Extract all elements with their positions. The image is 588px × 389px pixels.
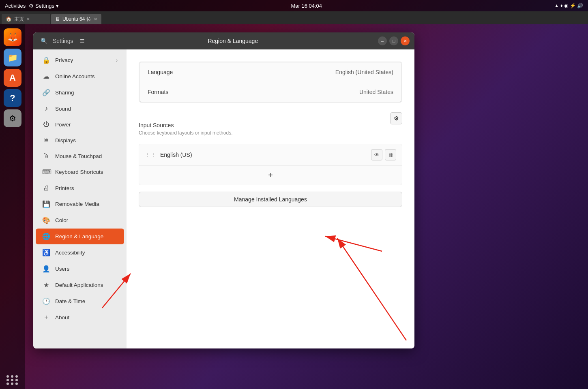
dot-7 bbox=[6, 383, 9, 385]
sound-icon: ♪ bbox=[42, 105, 50, 112]
language-row[interactable]: Language English (United States) bbox=[139, 62, 402, 82]
sidebar-item-power[interactable]: ⏻ Power bbox=[36, 117, 124, 132]
language-label: Language bbox=[148, 69, 173, 75]
window-controls: – □ ✕ bbox=[378, 36, 410, 45]
main-content: Language English (United States) Formats… bbox=[127, 49, 414, 348]
dot-1 bbox=[6, 375, 9, 378]
maximize-button[interactable]: □ bbox=[389, 36, 398, 45]
input-source-english-us: ⋮⋮ English (US) 👁 🗑 bbox=[139, 144, 402, 166]
sidebar-item-removable-label: Removable Media bbox=[55, 201, 99, 207]
media-icon: 💾 bbox=[42, 200, 50, 208]
star-icon: ★ bbox=[42, 281, 50, 289]
dot-9 bbox=[15, 383, 18, 385]
input-sources-header-text: Input Sources Choose keyboard layouts or… bbox=[139, 112, 232, 141]
taskbar-right: ▲ ♦ ◉ ⚡ 🔊 bbox=[554, 3, 583, 9]
input-sources-gear-button[interactable]: ⚙ bbox=[390, 112, 402, 124]
displays-icon: 🖥 bbox=[42, 137, 50, 144]
taskbar-datetime: Mar 16 04:04 bbox=[291, 3, 322, 9]
accessibility-icon: ♿ bbox=[42, 249, 50, 256]
input-source-name: English (US) bbox=[160, 152, 367, 158]
share-icon: 🔗 bbox=[42, 89, 50, 96]
dot-6 bbox=[15, 379, 18, 381]
chevron-down-icon: ▾ bbox=[56, 3, 59, 9]
sidebar-item-about[interactable]: + About bbox=[36, 310, 124, 325]
add-icon: + bbox=[268, 171, 273, 180]
dock-app-grid[interactable] bbox=[6, 375, 19, 385]
tab-home-close[interactable]: ✕ bbox=[26, 17, 30, 22]
sidebar-item-power-label: Power bbox=[55, 122, 71, 128]
sidebar-item-date-time[interactable]: 🕐 Date & Time bbox=[36, 293, 124, 309]
sidebar-item-privacy[interactable]: 🔒 Privacy › bbox=[36, 52, 124, 68]
sidebar-item-date-time-label: Date & Time bbox=[55, 298, 85, 304]
settings-menu-label: ⚙ Settings bbox=[29, 3, 54, 9]
dock: 🦊 📁 A ? ⚙ bbox=[0, 24, 25, 389]
dot-3 bbox=[15, 375, 18, 378]
sidebar-item-users-label: Users bbox=[55, 266, 69, 272]
chevron-right-icon: › bbox=[116, 58, 118, 63]
sidebar-item-keyboard-shortcuts[interactable]: ⌨ Keyboard Shortcuts bbox=[36, 164, 124, 180]
dock-icon-files[interactable]: 📁 bbox=[4, 49, 21, 66]
power-icon: ⏻ bbox=[42, 121, 50, 128]
sidebar-item-privacy-label: Privacy bbox=[55, 57, 73, 63]
sidebar-item-printers[interactable]: 🖨 Printers bbox=[36, 180, 124, 196]
sidebar-item-sound[interactable]: ♪ Sound bbox=[36, 101, 124, 116]
window-title: Region & Language bbox=[208, 38, 258, 44]
sidebar-item-printers-label: Printers bbox=[55, 185, 74, 191]
manage-installed-languages-button[interactable]: Manage Installed Languages bbox=[139, 192, 402, 207]
add-source-row[interactable]: + bbox=[139, 166, 402, 185]
sidebar-item-keyboard-label: Keyboard Shortcuts bbox=[55, 169, 103, 175]
settings-menu[interactable]: ⚙ Settings ▾ bbox=[29, 3, 59, 9]
minimize-button[interactable]: – bbox=[378, 36, 387, 45]
settings-title-label: Settings bbox=[53, 38, 73, 44]
dot-5 bbox=[11, 379, 13, 381]
search-button[interactable]: 🔍 bbox=[38, 35, 49, 47]
sidebar-item-region-label: Region & Language bbox=[55, 233, 103, 239]
delete-button[interactable]: 🗑 bbox=[385, 149, 396, 160]
locale-settings-group: Language English (United States) Formats… bbox=[139, 62, 402, 103]
dock-icon-firefox[interactable]: 🦊 bbox=[4, 28, 21, 46]
language-value: English (United States) bbox=[335, 69, 393, 75]
window-titlebar: 🔍 Settings ☰ Region & Language – □ ✕ bbox=[33, 32, 414, 49]
home-icon: 🏠 bbox=[6, 16, 12, 22]
sidebar-item-online-accounts[interactable]: ☁ Online Accounts bbox=[36, 68, 124, 84]
sidebar-item-accessibility[interactable]: ♿ Accessibility bbox=[36, 245, 124, 261]
tab-ubuntu[interactable]: 🖥 Ubuntu 64 位 ✕ bbox=[51, 14, 101, 24]
activities-button[interactable]: Activities bbox=[5, 3, 26, 9]
window-area: 🔍 Settings ☰ Region & Language – □ ✕ 🔒 P… bbox=[25, 24, 588, 389]
dock-icon-help[interactable]: ? bbox=[4, 89, 21, 107]
sidebar-item-default-applications[interactable]: ★ Default Applications bbox=[36, 277, 124, 293]
sidebar-item-removable-media[interactable]: 💾 Removable Media bbox=[36, 196, 124, 212]
sidebar-item-users[interactable]: 👤 Users bbox=[36, 261, 124, 277]
tab-ubuntu-close[interactable]: ✕ bbox=[94, 17, 97, 22]
formats-row[interactable]: Formats United States bbox=[139, 82, 402, 102]
taskbar-left: Activities ⚙ Settings ▾ bbox=[5, 3, 59, 9]
input-sources-header: Input Sources Choose keyboard layouts or… bbox=[139, 112, 402, 141]
dot-4 bbox=[6, 379, 9, 381]
hamburger-button[interactable]: ☰ bbox=[77, 35, 88, 47]
input-sources-box: ⋮⋮ English (US) 👁 🗑 + bbox=[139, 144, 402, 185]
dock-icon-software[interactable]: A bbox=[4, 69, 21, 87]
sidebar-item-color-label: Color bbox=[55, 217, 68, 223]
dock-icon-settings[interactable]: ⚙ bbox=[4, 109, 21, 127]
sidebar-item-color[interactable]: 🎨 Color bbox=[36, 212, 124, 228]
ubuntu-icon: 🖥 bbox=[55, 16, 60, 22]
window-body: 🔒 Privacy › ☁ Online Accounts 🔗 Sharing … bbox=[33, 49, 414, 348]
taskbar: Activities ⚙ Settings ▾ Mar 16 04:04 ▲ ♦… bbox=[0, 0, 588, 11]
globe-icon: 🌐 bbox=[42, 233, 50, 240]
printer-icon: 🖨 bbox=[42, 184, 50, 192]
preview-button[interactable]: 👁 bbox=[371, 149, 382, 160]
drag-handle-icon[interactable]: ⋮⋮ bbox=[145, 152, 156, 158]
sidebar: 🔒 Privacy › ☁ Online Accounts 🔗 Sharing … bbox=[33, 49, 127, 348]
dot-8 bbox=[11, 383, 13, 385]
sidebar-item-sharing-label: Sharing bbox=[55, 90, 74, 96]
lock-icon: 🔒 bbox=[42, 56, 50, 64]
close-button[interactable]: ✕ bbox=[401, 36, 410, 45]
sidebar-item-displays[interactable]: 🖥 Displays bbox=[36, 133, 124, 148]
sidebar-item-accessibility-label: Accessibility bbox=[55, 250, 85, 256]
sidebar-item-region-language[interactable]: 🌐 Region & Language bbox=[36, 229, 124, 244]
sidebar-item-sharing[interactable]: 🔗 Sharing bbox=[36, 85, 124, 100]
tab-home[interactable]: 🏠 主页 ✕ bbox=[2, 14, 50, 24]
keyboard-icon: ⌨ bbox=[42, 168, 50, 176]
plus-icon: + bbox=[42, 314, 50, 321]
sidebar-item-mouse-touchpad[interactable]: 🖱 Mouse & Touchpad bbox=[36, 148, 124, 164]
